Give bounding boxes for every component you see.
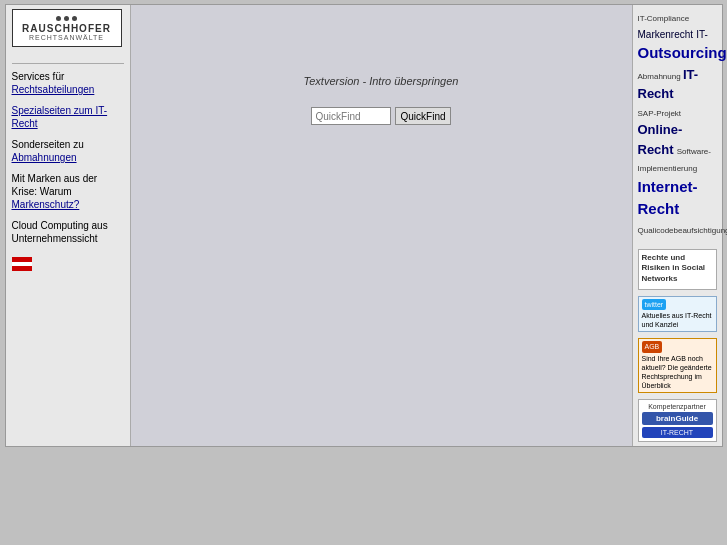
brain-guide-title: Kompetenzpartner <box>642 403 713 410</box>
quickfind-button[interactable]: QuickFind <box>395 107 450 125</box>
sidebar-text-cloud-plain: Cloud Computing aus Unternehmenssicht <box>12 220 108 244</box>
logo-box: RAUSCHHOFER RECHTSANWÄLTE <box>12 9 122 47</box>
tag-abmahnung: Abmahnung <box>638 72 683 81</box>
tag-markenrecht[interactable]: Markenrecht <box>638 29 694 40</box>
twitter-box: twitter Aktuelles aus IT-Recht und Kanzl… <box>638 296 717 332</box>
sidebar-text-sonder-plain: Sonderseiten zu <box>12 139 84 150</box>
page-wrapper: RAUSCHHOFER RECHTSANWÄLTE Services für R… <box>0 0 727 545</box>
sidebar-link-spezial: Spezialseiten zum IT-Recht <box>12 104 124 130</box>
sidebar-link-marken: Mit Marken aus der Krise: Warum Markensc… <box>12 172 124 211</box>
tag-qualicode: Qualicodebeaufsichtigung <box>638 226 728 235</box>
twitter-text: Aktuelles aus IT-Recht und Kanzlei <box>642 312 712 328</box>
intro-italic: Textversion - Intro überspringen <box>304 75 459 87</box>
quickfind-area: QuickFind <box>311 107 450 125</box>
logo-dot-2 <box>64 16 69 21</box>
logo-area: RAUSCHHOFER RECHTSANWÄLTE <box>12 9 124 47</box>
twitter-badge: twitter <box>642 299 667 310</box>
intro-text: Textversion - Intro überspringen <box>304 75 459 87</box>
tag-outsourcing[interactable]: Outsourcing <box>638 44 727 61</box>
agb-text: Sind Ihre AGB noch aktuell? Die geändert… <box>642 355 712 389</box>
tag-internet-recht[interactable]: Internet-Recht <box>638 178 698 218</box>
social-networks-title: Rechte und Risiken in Social Networks <box>642 253 713 284</box>
brain-guide-label: IT-RECHT <box>642 427 713 438</box>
brain-guide-box: Kompetenzpartner brainGuide IT-RECHT <box>638 399 717 442</box>
logo-subtitle: RECHTSANWÄLTE <box>29 34 104 41</box>
sidebar-link-cloud: Cloud Computing aus Unternehmenssicht <box>12 219 124 245</box>
brain-guide-name: brainGuide <box>642 412 713 425</box>
tag-online-recht[interactable]: Online-Recht <box>638 122 683 157</box>
logo-dot-3 <box>72 16 77 21</box>
sidebar-link-rechtsabteilungen[interactable]: Rechtsabteilungen <box>12 84 95 95</box>
left-sidebar: RAUSCHHOFER RECHTSANWÄLTE Services für R… <box>6 5 131 446</box>
sidebar-divider-1 <box>12 63 124 64</box>
sidebar-link-abmahnungen[interactable]: Abmahnungen <box>12 152 77 163</box>
logo-dot-1 <box>56 16 61 21</box>
intro-link[interactable]: Textversion - Intro überspringen <box>304 75 459 87</box>
sidebar-link-markenschutz[interactable]: Markenschutz? <box>12 199 80 210</box>
logo-title: RAUSCHHOFER <box>22 23 111 34</box>
main-content: Textversion - Intro überspringen QuickFi… <box>131 5 632 446</box>
agb-badge: AGB <box>642 341 663 352</box>
sidebar-link-services: Services für Rechtsabteilungen <box>12 70 124 96</box>
flag-bot <box>12 266 32 271</box>
main-container: RAUSCHHOFER RECHTSANWÄLTE Services für R… <box>5 4 723 447</box>
logo-dots <box>56 16 77 21</box>
tag-sap-projekt: SAP-Projekt <box>638 109 682 118</box>
agb-box: AGB Sind Ihre AGB noch aktuell? Die geän… <box>638 338 717 392</box>
flag-icon[interactable] <box>12 257 32 271</box>
tag-cloud: IT-Compliance Markenrecht IT- Outsourcin… <box>638 9 717 237</box>
social-networks-box: Rechte und Risiken in Social Networks <box>638 249 717 290</box>
sidebar-link-spezialseiten[interactable]: Spezialseiten zum IT-Recht <box>12 105 108 129</box>
quickfind-input[interactable] <box>311 107 391 125</box>
tag-it-prefix: IT- <box>696 29 708 40</box>
sidebar-text-marken-plain: Mit Marken aus der Krise: Warum <box>12 173 98 197</box>
right-sidebar: IT-Compliance Markenrecht IT- Outsourcin… <box>632 5 722 446</box>
sidebar-link-sonder: Sonderseiten zu Abmahnungen <box>12 138 124 164</box>
sidebar-text-services-plain: Services für <box>12 71 65 82</box>
tag-it-compliance: IT-Compliance <box>638 14 690 23</box>
